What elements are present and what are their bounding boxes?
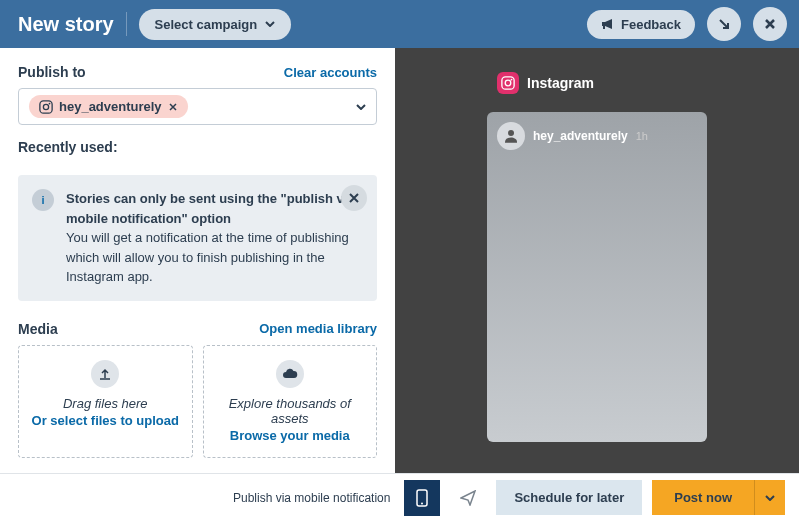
chevron-down-icon [265, 21, 275, 27]
avatar [497, 122, 525, 150]
svg-point-9 [511, 79, 513, 81]
arrow-diagonal-icon [717, 17, 731, 31]
preview-platform-header: Instagram [497, 72, 594, 94]
story-preview: hey_adventurely 1h [487, 112, 707, 442]
close-icon [348, 192, 360, 204]
story-header: hey_adventurely 1h [497, 122, 697, 150]
account-chip: hey_adventurely [29, 95, 188, 118]
platform-name: Instagram [527, 75, 594, 91]
info-banner: i Stories can only be sent using the "pu… [18, 175, 377, 301]
svg-point-2 [49, 102, 51, 104]
post-button-group: Post now [652, 480, 785, 515]
direct-publish-button[interactable] [450, 480, 486, 516]
account-selector[interactable]: hey_adventurely [18, 88, 377, 125]
mobile-notification-button[interactable] [404, 480, 440, 516]
post-dropdown-button[interactable] [754, 480, 785, 515]
megaphone-icon [601, 18, 615, 30]
select-files-link[interactable]: Or select files to upload [27, 413, 184, 428]
compose-panel: Publish to Clear accounts hey_adventurel… [0, 48, 395, 473]
svg-rect-0 [40, 100, 52, 112]
campaign-label: Select campaign [155, 17, 258, 32]
media-dropzones: Drag files here Or select files to uploa… [18, 345, 377, 458]
drag-text: Drag files here [27, 396, 184, 411]
footer-bar: Publish via mobile notification Schedule… [0, 473, 799, 521]
chevron-down-icon [765, 495, 775, 501]
mobile-icon [416, 489, 428, 507]
minimize-button[interactable] [707, 7, 741, 41]
schedule-button[interactable]: Schedule for later [496, 480, 642, 515]
post-now-button[interactable]: Post now [652, 480, 754, 515]
upload-icon [91, 360, 119, 388]
browse-media-zone[interactable]: Explore thousands of assets Browse your … [203, 345, 378, 458]
publish-to-label: Publish to [18, 64, 86, 80]
cloud-icon [276, 360, 304, 388]
info-text: Stories can only be sent using the "publ… [66, 189, 363, 287]
explore-text: Explore thousands of assets [212, 396, 369, 426]
remove-chip-icon[interactable] [168, 102, 178, 112]
browse-media-link[interactable]: Browse your media [212, 428, 369, 443]
app-header: New story Select campaign Feedback [0, 0, 799, 48]
instagram-logo [497, 72, 519, 94]
info-body: You will get a notification at the time … [66, 230, 349, 284]
svg-point-1 [43, 104, 48, 109]
clear-accounts-link[interactable]: Clear accounts [284, 65, 377, 80]
open-media-library-link[interactable]: Open media library [259, 321, 377, 336]
svg-point-8 [505, 80, 511, 86]
select-campaign-button[interactable]: Select campaign [139, 9, 292, 40]
publish-via-label: Publish via mobile notification [233, 491, 390, 505]
story-time: 1h [636, 130, 648, 142]
svg-point-12 [421, 502, 423, 504]
dismiss-info-button[interactable] [341, 185, 367, 211]
close-icon [763, 17, 777, 31]
account-name: hey_adventurely [59, 99, 162, 114]
feedback-button[interactable]: Feedback [587, 10, 695, 39]
info-icon: i [32, 189, 54, 211]
instagram-icon [39, 100, 53, 114]
preview-panel: Instagram hey_adventurely 1h [395, 48, 799, 473]
chevron-down-icon[interactable] [356, 104, 366, 110]
recently-used-label: Recently used: [18, 139, 377, 155]
feedback-label: Feedback [621, 17, 681, 32]
main-content: Publish to Clear accounts hey_adventurel… [0, 48, 799, 473]
story-username: hey_adventurely [533, 129, 628, 143]
upload-dropzone[interactable]: Drag files here Or select files to uploa… [18, 345, 193, 458]
info-title: Stories can only be sent using the "publ… [66, 191, 355, 226]
send-icon [460, 490, 476, 506]
divider [126, 12, 127, 36]
page-title: New story [12, 13, 114, 36]
svg-rect-7 [502, 77, 514, 89]
media-label: Media [18, 321, 58, 337]
svg-point-10 [508, 130, 514, 136]
close-button[interactable] [753, 7, 787, 41]
